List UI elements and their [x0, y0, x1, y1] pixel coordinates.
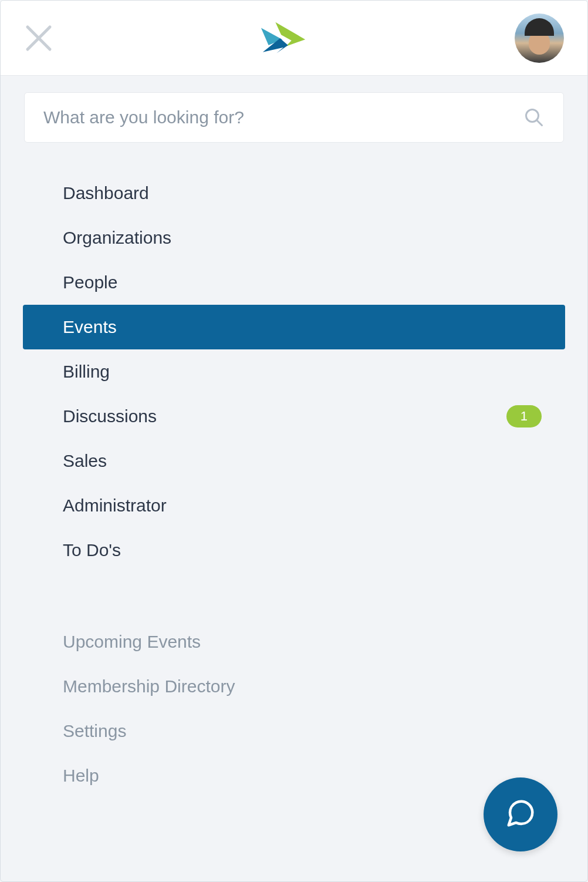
nav-item-administrator[interactable]: Administrator — [23, 483, 565, 528]
search-box[interactable] — [24, 92, 564, 143]
chat-button[interactable] — [484, 777, 557, 851]
nav-label: Sales — [63, 451, 542, 471]
search-container — [1, 76, 587, 159]
search-input[interactable] — [43, 107, 523, 127]
nav-item-todos[interactable]: To Do's — [23, 528, 565, 573]
secondary-item-help[interactable]: Help — [23, 753, 565, 798]
brand-logo — [258, 17, 310, 59]
nav-item-sales[interactable]: Sales — [23, 439, 565, 483]
search-icon — [523, 107, 545, 128]
secondary-label: Upcoming Events — [63, 632, 201, 652]
nav-label: To Do's — [63, 540, 542, 560]
secondary-item-membership-directory[interactable]: Membership Directory — [23, 664, 565, 709]
secondary-item-settings[interactable]: Settings — [23, 709, 565, 753]
close-icon[interactable] — [24, 23, 53, 53]
chat-icon — [505, 797, 536, 831]
nav-label: Organizations — [63, 228, 542, 248]
primary-nav: Dashboard Organizations People Events Bi… — [1, 159, 587, 584]
header — [1, 1, 587, 76]
nav-item-billing[interactable]: Billing — [23, 349, 565, 394]
nav-label: Administrator — [63, 496, 542, 516]
secondary-label: Settings — [63, 721, 126, 741]
nav-item-organizations[interactable]: Organizations — [23, 216, 565, 260]
nav-label: Events — [63, 317, 542, 337]
secondary-nav: Upcoming Events Membership Directory Set… — [1, 584, 587, 798]
nav-label: Dashboard — [63, 183, 542, 203]
secondary-label: Membership Directory — [63, 676, 235, 696]
nav-item-people[interactable]: People — [23, 260, 565, 305]
nav-label: Billing — [63, 362, 542, 382]
nav-label: People — [63, 272, 542, 292]
secondary-label: Help — [63, 766, 99, 786]
nav-label: Discussions — [63, 406, 506, 426]
avatar[interactable] — [515, 14, 564, 63]
svg-line-3 — [537, 120, 542, 126]
nav-item-events[interactable]: Events — [23, 305, 565, 349]
nav-item-dashboard[interactable]: Dashboard — [23, 171, 565, 216]
secondary-item-upcoming-events[interactable]: Upcoming Events — [23, 620, 565, 664]
notification-badge: 1 — [506, 405, 542, 427]
nav-item-discussions[interactable]: Discussions 1 — [23, 394, 565, 439]
